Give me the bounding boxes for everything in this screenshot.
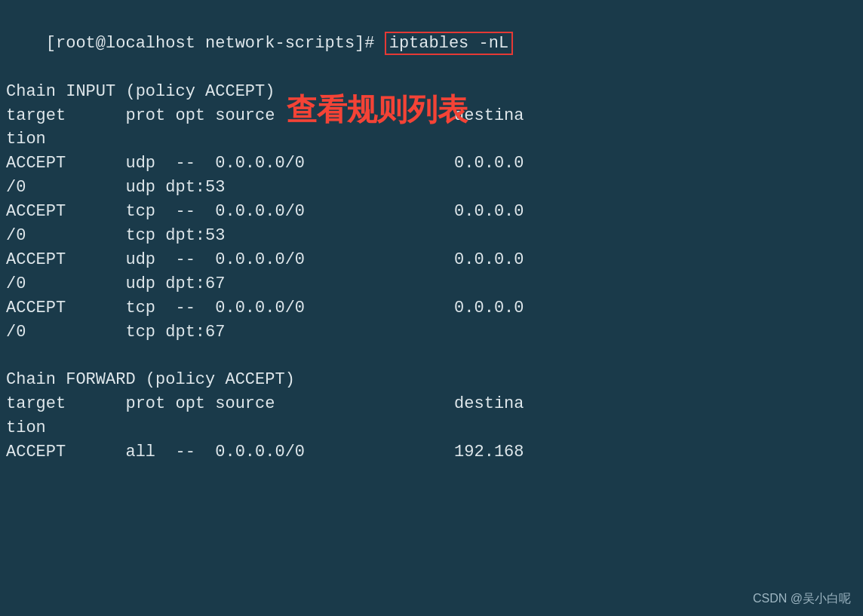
accept-line-4a: ACCEPT tcp -- 0.0.0.0/0 0.0.0.0 bbox=[6, 296, 857, 320]
terminal-window: [root@localhost network-scripts]# iptabl… bbox=[0, 0, 863, 616]
header-line-2a: target prot opt source destina bbox=[6, 392, 857, 416]
accept-line-1a: ACCEPT udp -- 0.0.0.0/0 0.0.0.0 bbox=[6, 152, 857, 176]
accept-line-2a: ACCEPT tcp -- 0.0.0.0/0 0.0.0.0 bbox=[6, 200, 857, 224]
accept-line-1b: /0 udp dpt:53 bbox=[6, 176, 857, 200]
empty-line-1 bbox=[6, 344, 857, 368]
watermark: CSDN @吴小白呢 bbox=[753, 591, 851, 607]
accept-line-5a: ACCEPT all -- 0.0.0.0/0 192.168 bbox=[6, 440, 857, 464]
chain-forward-line: Chain FORWARD (policy ACCEPT) bbox=[6, 368, 857, 392]
command-text: iptables -nL bbox=[385, 32, 513, 55]
prompt-text: [root@localhost network-scripts]# bbox=[46, 34, 385, 53]
header-line-1b: tion bbox=[6, 127, 857, 152]
accept-line-4b: /0 tcp dpt:67 bbox=[6, 320, 857, 345]
header-line-2b: tion bbox=[6, 416, 857, 440]
prompt-line: [root@localhost network-scripts]# iptabl… bbox=[6, 8, 857, 80]
accept-line-3b: /0 udp dpt:67 bbox=[6, 272, 857, 296]
accept-line-3a: ACCEPT udp -- 0.0.0.0/0 0.0.0.0 bbox=[6, 248, 857, 272]
accept-line-2b: /0 tcp dpt:53 bbox=[6, 224, 857, 248]
annotation-overlay: 查看规则列表 bbox=[287, 89, 468, 130]
